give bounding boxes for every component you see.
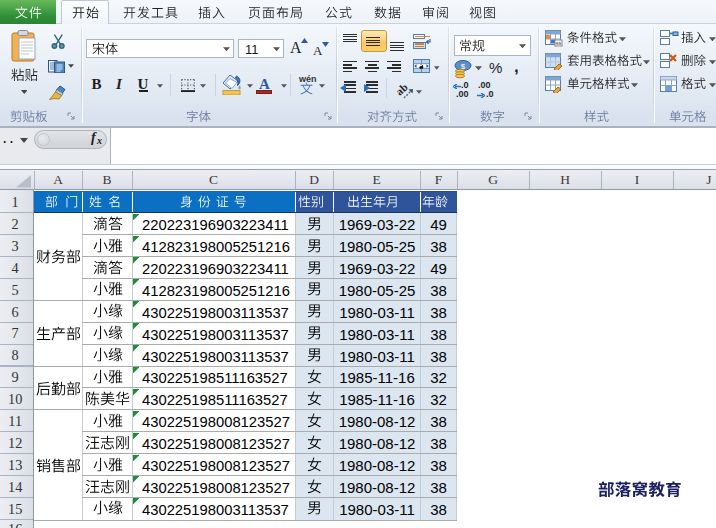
- svg-text:ss: ss: [556, 40, 562, 46]
